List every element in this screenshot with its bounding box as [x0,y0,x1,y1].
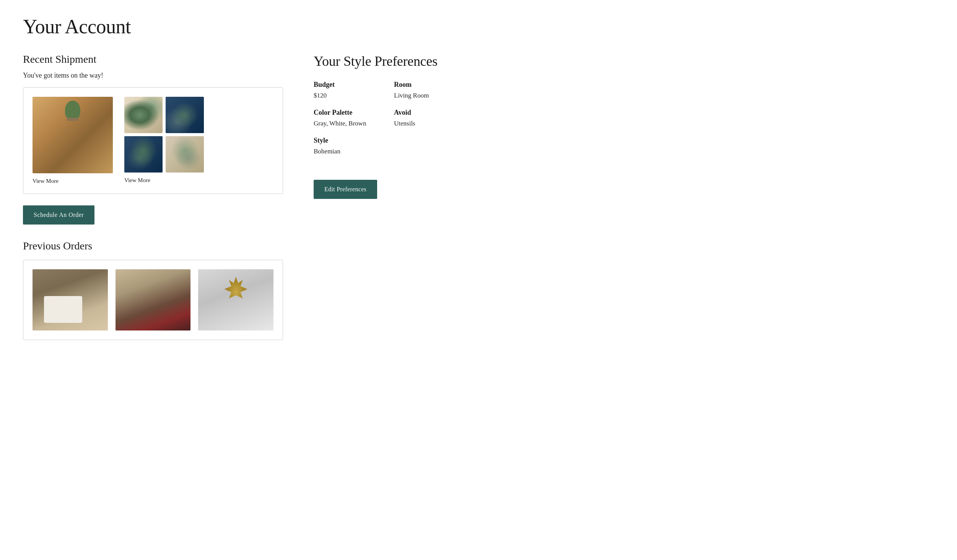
budget-value: $120 [314,92,394,99]
shipment-message: You've got items on the way! [23,72,283,80]
order-image-3 [198,269,273,330]
schedule-order-button[interactable]: Schedule An Order [23,205,94,225]
avoid-value: Utensils [394,120,474,127]
preferences-grid: Budget $120 Color Palette Gray, White, B… [314,81,474,164]
style-value: Bohemian [314,148,394,155]
shipment-box: View More View More [23,87,283,194]
avoid-section: Avoid Utensils [394,109,474,127]
order-image-2 [116,269,191,330]
art-tile-3 [124,136,163,173]
view-more-link-1[interactable]: View More [33,176,113,184]
prefs-left: Budget $120 Color Palette Gray, White, B… [314,81,394,164]
orders-box [23,260,283,340]
color-palette-value: Gray, White, Brown [314,120,394,127]
room-label: Room [394,81,474,89]
previous-orders-title: Previous Orders [23,240,283,252]
budget-label: Budget [314,81,394,89]
art-tile-1 [124,97,163,133]
art-grid [124,97,204,173]
order-image-1 [33,269,108,330]
room-section: Room Living Room [394,81,474,99]
product-image-pouf [33,97,113,173]
style-preferences-title: Your Style Preferences [314,53,474,69]
budget-section: Budget $120 [314,81,394,99]
art-tile-2 [166,97,204,133]
prefs-right: Room Living Room Avoid Utensils [394,81,474,164]
recent-shipment-title: Recent Shipment [23,53,283,65]
view-more-link-2[interactable]: View More [124,176,204,184]
art-tile-4 [166,136,204,173]
product-group-2: View More [124,97,204,184]
color-palette-label: Color Palette [314,109,394,117]
room-value: Living Room [394,92,474,99]
product-group-1: View More [33,97,113,184]
left-column: Recent Shipment You've got items on the … [23,53,283,340]
edit-preferences-button[interactable]: Edit Preferences [314,180,377,199]
style-section: Style Bohemian [314,137,394,155]
page-title: Your Account [23,15,934,38]
color-palette-section: Color Palette Gray, White, Brown [314,109,394,127]
avoid-label: Avoid [394,109,474,117]
right-column: Your Style Preferences Budget $120 Color… [314,53,474,199]
style-label: Style [314,137,394,145]
